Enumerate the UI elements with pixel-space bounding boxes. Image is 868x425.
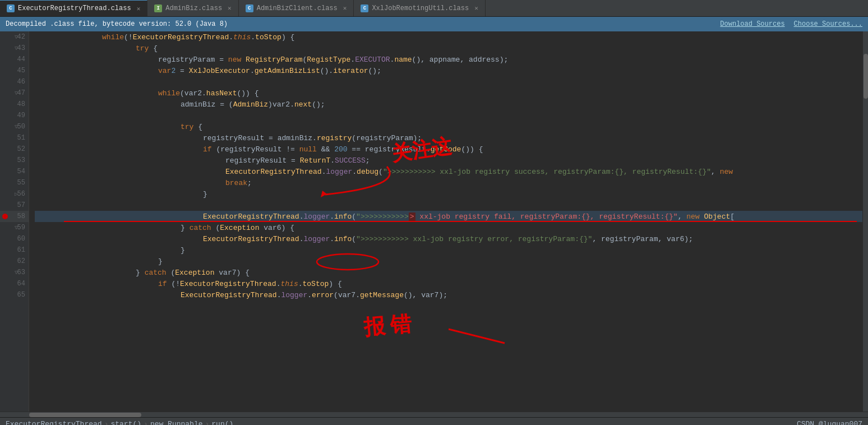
tab-close-2[interactable]: ✕ [228, 4, 232, 12]
tab-bar: C ExecutorRegistryThread.class ✕ I Admin… [0, 0, 868, 17]
code-line-62: } [35, 256, 862, 267]
code-area[interactable]: while(!ExecutorRegistryThread.this.toSto… [29, 31, 862, 412]
code-line-53: registryResult = ReturnT.SUCCESS; [35, 155, 862, 166]
choose-sources-link[interactable]: Choose Sources... [794, 20, 862, 28]
info-bar-actions: Download Sources Choose Sources... [720, 20, 862, 28]
scrollbar-thumb[interactable] [864, 54, 868, 99]
watermark: CSDN @luquan007 [797, 420, 862, 425]
code-line-63: } catch (Exception var7) { [35, 267, 862, 278]
gutter-line-42: ▽42 [0, 31, 29, 43]
gutter-line-63: ▽63 [0, 267, 29, 278]
tab-admin-biz-client[interactable]: C AdminBizClient.class ✕ [239, 0, 354, 16]
horizontal-scrollbar[interactable] [0, 412, 868, 417]
tab-close-4[interactable]: ✕ [474, 4, 478, 12]
tab-admin-biz[interactable]: I AdminBiz.class ✕ [147, 0, 238, 16]
code-line-46 [35, 76, 862, 87]
tab-label-2: AdminBiz.class [165, 4, 222, 12]
code-line-52: if (registryResult != null && 200 == reg… [35, 144, 862, 155]
gutter-line-45: 45 [0, 65, 29, 76]
code-line-59: } catch (Exception var6) { [35, 222, 862, 233]
gutter-line-47: ▽47 [0, 87, 29, 99]
gutter-line-59: ▽59 [0, 222, 29, 233]
download-sources-link[interactable]: Download Sources [720, 20, 784, 28]
breadcrumb-sep-2: › [144, 420, 148, 425]
code-line-43: try { [35, 43, 862, 54]
gutter-line-65: 65 [0, 289, 29, 301]
code-line-47: while(var2.hasNext()) { [35, 87, 862, 99]
code-line-44: registryParam = new RegistryParam(Regist… [35, 54, 862, 65]
tab-label-3: AdminBizClient.class [257, 4, 338, 12]
gutter-line-53: 53 [0, 155, 29, 166]
gutter-line-60: 60 [0, 233, 29, 244]
code-line-55: break; [35, 177, 862, 188]
tab-close-1[interactable]: ✕ [137, 5, 141, 12]
gutter-line-46: 46 [0, 76, 29, 87]
code-line-60: ExecutorRegistryThread.logger.info(">>>>… [35, 233, 862, 244]
info-bar: Decompiled .class file, bytecode version… [0, 17, 868, 31]
breadcrumb-method-start: start() [110, 420, 141, 425]
gutter-line-51: 51 [0, 132, 29, 144]
editor-wrapper: ▽42 ▽43 44 45 46 ▽47 48 49 ▽50 51 52 53 … [0, 31, 868, 412]
horizontal-scrollbar-thumb[interactable] [29, 413, 141, 417]
code-line-64: if (!ExecutorRegistryThread.this.toStop)… [35, 278, 862, 289]
gutter-line-61: 61 [0, 244, 29, 256]
code-line-51: registryResult = adminBiz.registry(regis… [35, 132, 862, 144]
tab-icon-3: C [246, 4, 253, 12]
main-window: C ExecutorRegistryThread.class ✕ I Admin… [0, 0, 868, 425]
line-number-gutter: ▽42 ▽43 44 45 46 ▽47 48 49 ▽50 51 52 53 … [0, 31, 29, 412]
breadcrumb-run: run() [211, 420, 233, 425]
code-line-42: while(!ExecutorRegistryThread.this.toSto… [35, 31, 862, 43]
tab-close-3[interactable]: ✕ [343, 4, 347, 12]
tab-icon-1: C [7, 4, 15, 12]
breadcrumb-class: ExecutorRegistryThread [6, 420, 102, 425]
code-line-65: ExecutorRegistryThread.logger.error(var7… [35, 289, 862, 301]
breadcrumb-sep-1: › [104, 420, 109, 425]
tab-icon-2: I [154, 4, 162, 12]
gutter-line-58: 58 [0, 211, 29, 222]
gutter-line-43: ▽43 [0, 43, 29, 54]
gutter-line-44: 44 [0, 54, 29, 65]
code-line-45: var2 = XxlJobExecutor.getAdminBizList().… [35, 65, 862, 76]
tab-label-1: ExecutorRegistryThread.class [18, 4, 131, 12]
gutter-line-57: 57 [0, 200, 29, 211]
gutter-line-55: 55 [0, 177, 29, 188]
gutter-line-62: 62 [0, 256, 29, 267]
tab-xxl-job-remoting-util[interactable]: C XxlJobRemotingUtil.class ✕ [354, 0, 485, 16]
gutter-line-54: 54 [0, 166, 29, 177]
vertical-scrollbar[interactable] [862, 31, 868, 412]
code-line-54: ExecutorRegistryThread.logger.debug(">>>… [35, 166, 862, 177]
code-line-56: } [35, 188, 862, 200]
tab-icon-4: C [361, 4, 368, 12]
tab-label-4: XxlJobRemotingUtil.class [372, 4, 469, 12]
code-line-48: adminBiz = (AdminBiz)var2.next(); [35, 99, 862, 110]
breadcrumb-sep-3: › [205, 420, 210, 425]
gutter-line-48: 48 [0, 99, 29, 110]
status-bar: ExecutorRegistryThread › start() › new R… [0, 417, 868, 425]
editor-container: ▽42 ▽43 44 45 46 ▽47 48 49 ▽50 51 52 53 … [0, 31, 868, 412]
code-line-58: ExecutorRegistryThread.logger.info(">>>>… [35, 211, 862, 222]
code-line-57 [35, 200, 862, 211]
code-line-50: try { [35, 121, 862, 132]
breadcrumb: ExecutorRegistryThread › start() › new R… [6, 420, 233, 425]
tab-executor-registry-thread[interactable]: C ExecutorRegistryThread.class ✕ [0, 0, 147, 16]
gutter-line-56: ▷56 [0, 188, 29, 200]
gutter-line-64: 64 [0, 278, 29, 289]
gutter-line-52: 52 [0, 144, 29, 155]
decompiled-info-text: Decompiled .class file, bytecode version… [6, 20, 228, 28]
breadcrumb-new-runnable: new Runnable [150, 420, 203, 425]
gutter-line-49: 49 [0, 110, 29, 121]
code-line-61: } [35, 244, 862, 256]
gutter-line-50: ▽50 [0, 121, 29, 132]
code-line-49 [35, 110, 862, 121]
